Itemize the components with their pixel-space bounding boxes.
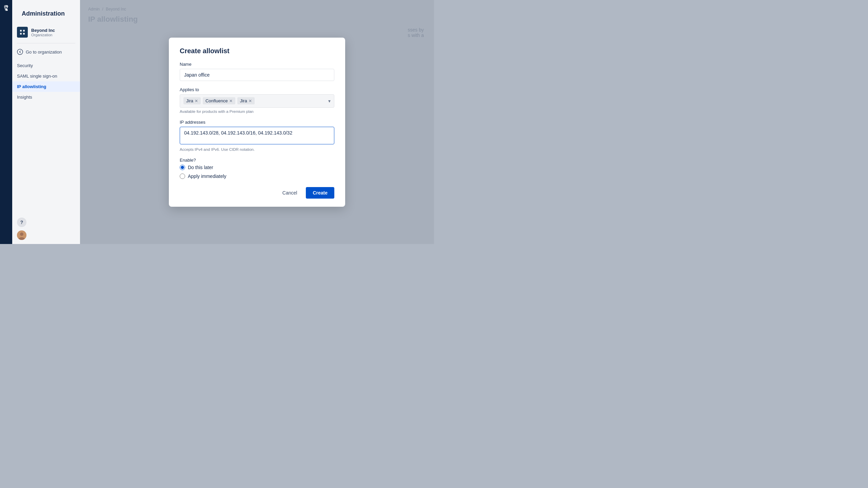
svg-rect-2 — [20, 33, 22, 35]
avatar[interactable] — [17, 230, 26, 240]
sidebar-item-saml[interactable]: SAML single sign-on — [12, 71, 80, 81]
cancel-button[interactable]: Cancel — [277, 187, 303, 199]
tag-jira-1: Jira ✕ — [183, 97, 201, 104]
name-label: Name — [180, 62, 334, 67]
main-content: Admin / Beyond Inc IP allowlisting sses … — [80, 0, 434, 244]
org-info: Beyond Inc Organization — [12, 24, 80, 40]
org-name: Beyond Inc — [31, 28, 55, 33]
help-button[interactable]: ? — [17, 218, 26, 227]
ip-label: IP addresses — [180, 120, 334, 125]
modal-title: Create allowlist — [180, 47, 334, 55]
applies-to-dropdown[interactable]: Jira ✕ Confluence ✕ Jira ✕ ▾ — [180, 94, 334, 108]
dropdown-arrow-icon: ▾ — [328, 98, 331, 104]
applies-to-hint: Available for products with a Premium pl… — [180, 109, 334, 114]
back-icon — [17, 49, 23, 55]
ip-form-group: IP addresses 04.192.143.0/28, 04.192.143… — [180, 120, 334, 151]
nav-bottom: ? — [12, 214, 80, 244]
sidebar-icon-strip — [0, 0, 12, 244]
org-details: Beyond Inc Organization — [31, 28, 55, 37]
org-type: Organization — [31, 33, 55, 37]
admin-title: Administration — [17, 5, 75, 21]
name-form-group: Name — [180, 62, 334, 81]
name-input[interactable] — [180, 69, 334, 81]
svg-rect-0 — [20, 30, 22, 32]
tag-remove-confluence[interactable]: ✕ — [229, 99, 233, 103]
tag-remove-jira-1[interactable]: ✕ — [195, 99, 198, 103]
enable-label: Enable? — [180, 158, 334, 163]
modal-footer: Cancel Create — [180, 187, 334, 199]
sidebar-item-insights[interactable]: Insights — [12, 92, 80, 102]
enable-radio-group: Do this later Apply immediately — [180, 165, 334, 179]
create-button[interactable]: Create — [306, 187, 334, 199]
radio-apply-immediately-input[interactable] — [180, 174, 185, 179]
sidebar-item-security[interactable]: Security — [12, 60, 80, 71]
svg-rect-3 — [23, 33, 25, 35]
ip-addresses-input[interactable]: 04.192.143.0/28, 04.192.143.0/16, 04.192… — [180, 127, 334, 144]
tag-jira-2: Jira ✕ — [237, 97, 255, 104]
tag-confluence: Confluence ✕ — [203, 97, 235, 104]
svg-point-6 — [20, 232, 23, 236]
radio-apply-immediately[interactable]: Apply immediately — [180, 174, 334, 179]
nav-header: Administration — [12, 0, 80, 24]
radio-do-later-input[interactable] — [180, 165, 185, 170]
atlassian-logo — [2, 4, 10, 12]
nav-menu: Security SAML single sign-on IP allowlis… — [12, 58, 80, 105]
nav-panel: Administration Beyond Inc Organization G… — [12, 0, 80, 244]
sidebar-item-ip-allowlisting[interactable]: IP allowlisting — [12, 81, 80, 92]
ip-hint: Accepts IPv4 and IPv6. Use CIDR notation… — [180, 147, 334, 151]
radio-do-later[interactable]: Do this later — [180, 165, 334, 170]
create-allowlist-modal: Create allowlist Name Applies to Jira ✕ … — [169, 38, 345, 207]
svg-point-4 — [17, 49, 23, 55]
enable-form-group: Enable? Do this later Apply immediately — [180, 158, 334, 179]
applies-to-label: Applies to — [180, 87, 334, 92]
svg-rect-1 — [23, 30, 25, 32]
applies-to-form-group: Applies to Jira ✕ Confluence ✕ Jira ✕ ▾ — [180, 87, 334, 114]
tag-remove-jira-2[interactable]: ✕ — [249, 99, 252, 103]
nav-divider — [17, 43, 75, 43]
org-icon — [17, 27, 28, 38]
go-to-org-button[interactable]: Go to organization — [12, 46, 80, 58]
modal-overlay: Create allowlist Name Applies to Jira ✕ … — [80, 0, 434, 244]
go-to-org-label: Go to organization — [26, 49, 62, 55]
